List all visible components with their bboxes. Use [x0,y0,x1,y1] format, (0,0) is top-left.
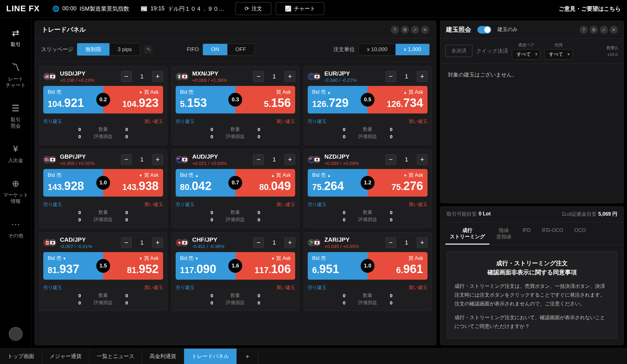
help-icon[interactable]: ? [580,26,588,34]
pair-name: EUR/JPY [324,70,357,77]
sidebar-item-list[interactable]: ☰取引 照会 [3,102,28,129]
pair-card: 🇦🇺 🇯🇵 AUD/JPY +0.021 / +0.03% − 1 + Bid … [172,149,300,228]
side-filter-select[interactable]: すべて [544,49,573,60]
bid-button[interactable]: Bid 売 5.153 [176,86,236,113]
topbar: LINE FX 🌐 00:00 ISM製造業景気指数 📰 19:15 ドル円１０… [0,0,627,18]
fifo-on[interactable]: ON [203,44,227,55]
bid-button[interactable]: Bid 売 143.928 [43,169,103,197]
pl-label: 評価損益 [81,217,125,223]
quick-settle-label: クイック決済 [476,47,508,55]
unit-1000[interactable]: x 1,000 [396,44,429,55]
ask-button[interactable]: 買 Ask 5.156 [236,86,295,113]
help-icon[interactable]: ? [391,26,399,34]
feedback-link[interactable]: ご意見・ご要望はこちら [559,5,621,13]
sidebar-item-dots[interactable]: ⋯その他 [3,218,28,239]
sidebar-item-globe[interactable]: ⊕マーケット 情報 [3,177,28,204]
qty-plus-button[interactable]: + [417,237,428,248]
qty-minus-button[interactable]: − [253,71,264,82]
bid-button[interactable]: Bid 売 ▼ 81.937 [43,252,103,280]
ask-button[interactable]: ▼ 買 Ask 75.276 [368,169,428,197]
bid-label: Bid 売 [48,89,99,96]
ask-button[interactable]: ▼ 買 Ask 143.938 [103,169,163,197]
sidebar-item-yen[interactable]: ¥入出金 [3,143,28,164]
buy-pos-label: 買い建玉 [409,202,428,208]
ask-button[interactable]: ▲ 買 Ask 80.049 [236,169,295,197]
qty-plus-button[interactable]: + [152,237,163,248]
bottom-tab[interactable]: トップ画面 [0,349,42,364]
bid-button[interactable]: Bid 売 ▲ 80.042 [176,169,236,197]
add-tab-button[interactable]: ＋ [237,349,258,364]
qty-minus-button[interactable]: − [385,154,396,165]
bottom-tab[interactable]: メジャー通貨 [42,349,89,364]
ask-button[interactable]: ▼ 買 Ask 117.106 [236,252,295,280]
qty-value: 1 [399,239,414,246]
dots-icon: ⋯ [10,218,22,230]
order-tab[interactable]: 指値 逆指値 [492,225,516,245]
ticker-news[interactable]: 📰 19:15 ドル円１０４．９０… [141,5,224,13]
bottom-tab[interactable]: 高金利通貨 [142,349,184,364]
expand-icon[interactable]: ⤢ [600,26,608,34]
slippage-3pips[interactable]: 3 pips [109,43,140,55]
qty-minus-button[interactable]: − [121,237,132,248]
qty-plus-button[interactable]: + [284,237,295,248]
qty-plus-button[interactable]: + [152,71,163,82]
pencil-icon[interactable]: ✎ [144,45,153,54]
ask-button[interactable]: 買 Ask 6.961 [368,252,428,280]
bid-button[interactable]: Bid 売 6.951 [308,252,368,280]
close-icon[interactable]: ✕ [610,26,618,34]
flag-icon: 🇯🇵 [313,156,321,163]
bid-price: 104.921 [48,96,99,110]
qty-minus-button[interactable]: − [121,71,132,82]
close-icon[interactable]: ✕ [421,26,429,34]
qty-label: 数量 [213,293,258,298]
slippage-unlimited[interactable]: 無制限 [77,43,109,55]
qty-plus-button[interactable]: + [284,154,295,165]
qty-plus-button[interactable]: + [284,71,295,82]
expand-icon[interactable]: ⤢ [411,26,419,34]
avatar[interactable] [9,327,23,341]
bottom-tab[interactable]: トレードパネル [184,349,237,364]
qty-plus-button[interactable]: + [417,154,428,165]
qty-plus-button[interactable]: + [417,71,428,82]
bid-button[interactable]: Bid 売 ▼ 117.090 [176,252,236,280]
ask-label: 買 Ask [372,255,423,262]
spread-badge: 1.2 [361,176,375,190]
sidebar-item-arrows[interactable]: ⇄取引 [3,27,28,48]
fifo-off[interactable]: OFF [227,44,254,55]
order-tab[interactable]: IFD-OCO [538,225,568,245]
buy-qty: 0 [258,210,295,215]
qty-minus-button[interactable]: − [253,154,264,165]
qty-minus-button[interactable]: − [253,237,264,248]
unit-10000[interactable]: x 10,000 [359,44,396,55]
order-tab[interactable]: 成行 ストリーミング [445,225,489,245]
pair-filter-select[interactable]: すべて [512,49,540,60]
ask-button[interactable]: ▼ 買 Ask 104.923 [103,86,163,113]
qty-plus-button[interactable]: + [152,154,163,165]
positions-only-toggle[interactable] [477,26,491,34]
sell-qty: 0 [176,293,213,298]
order-button[interactable]: ⟳ 注文 [236,2,271,15]
sidebar-item-pulse[interactable]: 〽レート チャート [3,61,28,88]
chart-button[interactable]: 📈 チャート [276,2,324,15]
bid-button[interactable]: Bid 売 ▲ 126.729 [308,86,368,113]
bid-button[interactable]: Bid 売 104.921 [43,86,103,113]
settle-all-button[interactable]: 全決済 [445,45,472,57]
bid-button[interactable]: Bid 売 ▲ 75.264 [308,169,368,197]
sell-pos-label: 売り建玉 [43,285,62,291]
ask-button[interactable]: ▲ 買 Ask 126.734 [368,86,428,113]
ticker-economic[interactable]: 🌐 00:00 ISM製造業景気指数 [52,5,129,13]
buy-pl: 0 [390,217,428,222]
pair-change: +0.069 / +1.36% [192,77,227,83]
sell-qty: 0 [308,127,345,132]
qty-minus-button[interactable]: − [121,154,132,165]
qty-minus-button[interactable]: − [385,71,396,82]
sell-pos-label: 売り建玉 [43,119,62,124]
order-tab[interactable]: IFD [518,225,535,245]
buy-pl: 0 [125,134,163,139]
qty-minus-button[interactable]: − [385,237,396,248]
order-tab[interactable]: OCO [570,225,590,245]
gear-icon[interactable]: ⚙ [401,26,409,34]
ask-button[interactable]: ▼ 買 Ask 81.952 [103,252,163,280]
gear-icon[interactable]: ⚙ [590,26,598,34]
bottom-tab[interactable]: 一覧とニュース [89,349,142,364]
